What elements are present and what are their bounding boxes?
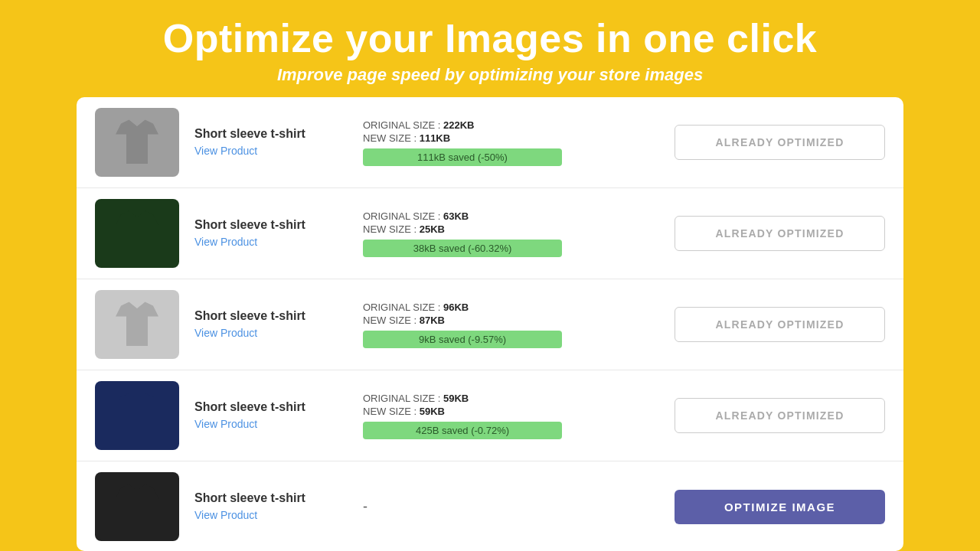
- product-info: Short sleeve t-shirt View Product: [194, 309, 348, 340]
- action-area: ALREADY OPTIMIZED: [671, 216, 885, 251]
- new-size-label: NEW SIZE : 87KB: [363, 315, 655, 326]
- size-info: -: [363, 499, 655, 515]
- products-card: Short sleeve t-shirt View Product ORIGIN…: [77, 97, 903, 551]
- no-size-info: -: [363, 499, 655, 515]
- main-title: Optimize your Images in one click: [15, 17, 965, 60]
- product-info: Short sleeve t-shirt View Product: [194, 400, 348, 431]
- svg-marker-0: [116, 120, 158, 164]
- savings-bar-container: 425B saved (-0.72%): [363, 422, 562, 439]
- savings-bar: 111kB saved (-50%): [363, 148, 562, 166]
- savings-bar-container: 9kB saved (-9.57%): [363, 331, 562, 348]
- product-info: Short sleeve t-shirt View Product: [194, 127, 348, 158]
- original-size-label: ORIGINAL SIZE : 222KB: [363, 119, 655, 131]
- product-row: Short sleeve t-shirt View Product ORIGIN…: [77, 370, 903, 461]
- product-image: [95, 108, 179, 177]
- savings-bar: 38kB saved (-60.32%): [363, 240, 562, 257]
- svg-marker-2: [116, 302, 158, 346]
- product-info: Short sleeve t-shirt View Product: [194, 218, 348, 249]
- product-image: [95, 472, 179, 541]
- already-optimized-button: ALREADY OPTIMIZED: [675, 125, 885, 160]
- product-name: Short sleeve t-shirt: [194, 127, 348, 141]
- product-image: [95, 381, 179, 450]
- svg-marker-1: [116, 211, 158, 255]
- original-size-label: ORIGINAL SIZE : 96KB: [363, 302, 655, 313]
- view-product-link[interactable]: View Product: [194, 327, 257, 339]
- action-area: OPTIMIZE IMAGE: [671, 490, 885, 524]
- size-info: ORIGINAL SIZE : 63KB NEW SIZE : 25KB 38k…: [363, 210, 655, 257]
- product-name: Short sleeve t-shirt: [194, 491, 348, 505]
- product-row: Short sleeve t-shirt View Product ORIGIN…: [77, 188, 903, 279]
- original-size-label: ORIGINAL SIZE : 63KB: [363, 210, 655, 222]
- svg-marker-4: [116, 484, 158, 528]
- product-row: Short sleeve t-shirt View Product ORIGIN…: [77, 279, 903, 370]
- action-area: ALREADY OPTIMIZED: [671, 125, 885, 160]
- product-name: Short sleeve t-shirt: [194, 400, 348, 414]
- product-name: Short sleeve t-shirt: [194, 309, 348, 323]
- view-product-link[interactable]: View Product: [194, 145, 257, 157]
- savings-bar-container: 111kB saved (-50%): [363, 148, 562, 166]
- optimize-image-button[interactable]: OPTIMIZE IMAGE: [675, 490, 885, 524]
- already-optimized-button: ALREADY OPTIMIZED: [675, 398, 885, 433]
- page-header: Optimize your Images in one click Improv…: [0, 0, 980, 97]
- product-row: Short sleeve t-shirt View Product - OPTI…: [77, 461, 903, 551]
- product-image: [95, 199, 179, 268]
- savings-bar: 425B saved (-0.72%): [363, 422, 562, 439]
- view-product-link[interactable]: View Product: [194, 418, 257, 430]
- product-image: [95, 290, 179, 359]
- size-info: ORIGINAL SIZE : 59KB NEW SIZE : 59KB 425…: [363, 393, 655, 439]
- new-size-label: NEW SIZE : 25KB: [363, 223, 655, 235]
- savings-bar-container: 38kB saved (-60.32%): [363, 240, 562, 257]
- action-area: ALREADY OPTIMIZED: [671, 307, 885, 342]
- view-product-link[interactable]: View Product: [194, 236, 257, 248]
- new-size-label: NEW SIZE : 59KB: [363, 406, 655, 417]
- already-optimized-button: ALREADY OPTIMIZED: [675, 307, 885, 342]
- new-size-label: NEW SIZE : 111KB: [363, 132, 655, 144]
- product-info: Short sleeve t-shirt View Product: [194, 491, 348, 522]
- subtitle: Improve page speed by optimizing your st…: [15, 65, 965, 85]
- view-product-link[interactable]: View Product: [194, 509, 257, 521]
- savings-bar: 9kB saved (-9.57%): [363, 331, 562, 348]
- action-area: ALREADY OPTIMIZED: [671, 398, 885, 433]
- original-size-label: ORIGINAL SIZE : 59KB: [363, 393, 655, 404]
- svg-marker-3: [116, 393, 158, 437]
- product-name: Short sleeve t-shirt: [194, 218, 348, 232]
- already-optimized-button: ALREADY OPTIMIZED: [675, 216, 885, 251]
- size-info: ORIGINAL SIZE : 222KB NEW SIZE : 111KB 1…: [363, 119, 655, 166]
- product-row: Short sleeve t-shirt View Product ORIGIN…: [77, 97, 903, 188]
- size-info: ORIGINAL SIZE : 96KB NEW SIZE : 87KB 9kB…: [363, 302, 655, 348]
